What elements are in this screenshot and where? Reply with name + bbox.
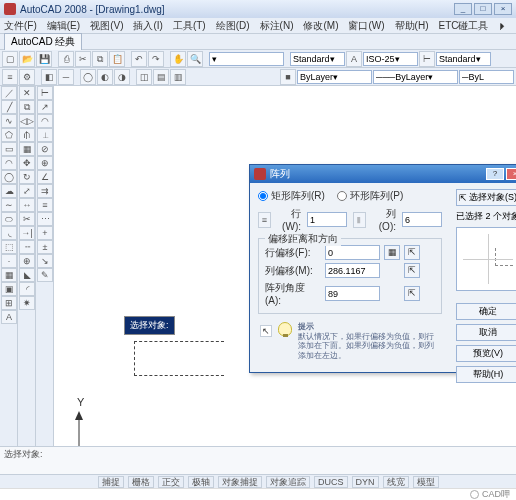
menu-more[interactable]: ⏵ xyxy=(498,20,508,31)
rowoffset-input[interactable] xyxy=(325,245,380,260)
menu-tools[interactable]: 工具(T) xyxy=(173,19,206,33)
dim-edit-icon[interactable]: ✎ xyxy=(37,268,53,282)
workspace-tab[interactable]: AutoCAD 经典 xyxy=(4,33,82,50)
rows-input[interactable] xyxy=(307,212,347,227)
dialog-close-button[interactable]: × xyxy=(506,168,516,180)
offset-icon[interactable]: ⫛ xyxy=(19,128,35,142)
fillet-icon[interactable]: ◜ xyxy=(19,282,35,296)
table-icon[interactable]: ⊞ xyxy=(1,296,17,310)
layer-combo[interactable]: ▾ xyxy=(209,52,284,66)
rect-icon[interactable]: ▭ xyxy=(1,142,17,156)
prop-linetype[interactable]: ─── ByLayer ▾ xyxy=(373,70,458,84)
status-model[interactable]: 模型 xyxy=(413,476,439,488)
block-icon[interactable]: ⬚ xyxy=(1,240,17,254)
new-icon[interactable]: ▢ xyxy=(2,51,18,67)
preview-button[interactable]: 预览(V) xyxy=(456,345,516,362)
command-bar[interactable]: 选择对象: xyxy=(0,446,516,474)
revcloud-icon[interactable]: ☁ xyxy=(1,184,17,198)
text-icon[interactable]: A xyxy=(1,310,17,324)
pick-angle-button[interactable]: ⇱ xyxy=(404,286,420,301)
cancel-button[interactable]: 取消 xyxy=(456,324,516,341)
menu-window[interactable]: 窗口(W) xyxy=(348,19,384,33)
save-icon[interactable]: 💾 xyxy=(36,51,52,67)
dim-arc-icon[interactable]: ◠ xyxy=(37,114,53,128)
dim-base-icon[interactable]: ≡ xyxy=(37,198,53,212)
dialog-help-icon[interactable]: ? xyxy=(486,168,504,180)
point-icon[interactable]: · xyxy=(1,254,17,268)
dim-tol-icon[interactable]: ± xyxy=(37,240,53,254)
status-osnap[interactable]: 对象捕捉 xyxy=(218,476,262,488)
open-icon[interactable]: 📂 xyxy=(19,51,35,67)
menu-modify[interactable]: 修改(M) xyxy=(303,19,338,33)
arc-icon[interactable]: ◠ xyxy=(1,156,17,170)
circle-icon[interactable]: ◯ xyxy=(1,170,17,184)
scale-icon[interactable]: ⤢ xyxy=(19,184,35,198)
status-dyn[interactable]: DYN xyxy=(352,476,379,488)
style-combo-3[interactable]: Standard ▾ xyxy=(436,52,491,66)
ok-button[interactable]: 确定 xyxy=(456,303,516,320)
ellipse-icon[interactable]: ⬭ xyxy=(1,212,17,226)
dim-cont-icon[interactable]: ⋯ xyxy=(37,212,53,226)
tbtn-misc6[interactable]: ▥ xyxy=(170,69,186,85)
dim-dia-icon[interactable]: ⊕ xyxy=(37,156,53,170)
print-icon[interactable]: ⎙ xyxy=(58,51,74,67)
redo-icon[interactable]: ↷ xyxy=(148,51,164,67)
tbtn-misc2[interactable]: ◐ xyxy=(97,69,113,85)
color-icon[interactable]: ◧ xyxy=(41,69,57,85)
radio-rect-array[interactable]: 矩形阵列(R) xyxy=(258,189,325,203)
dim-lead-icon[interactable]: ↘ xyxy=(37,254,53,268)
help-button[interactable]: 帮助(H) xyxy=(456,366,516,383)
stretch-icon[interactable]: ↔ xyxy=(19,198,35,212)
explode-icon[interactable]: ✷ xyxy=(19,296,35,310)
spline-icon[interactable]: ∼ xyxy=(1,198,17,212)
command-input-line[interactable] xyxy=(4,461,512,474)
undo-icon[interactable]: ↶ xyxy=(131,51,147,67)
move-icon[interactable]: ✥ xyxy=(19,156,35,170)
dimstyle-icon[interactable]: ⊢ xyxy=(419,51,435,67)
rotate-icon[interactable]: ↻ xyxy=(19,170,35,184)
copy-icon2[interactable]: ⧉ xyxy=(19,100,35,114)
style-combo-1[interactable]: Standard ▾ xyxy=(290,52,345,66)
ltype-icon[interactable]: ─ xyxy=(58,69,74,85)
menu-extra[interactable]: ETC碰工具 xyxy=(438,19,488,33)
extend-icon[interactable]: →| xyxy=(19,226,35,240)
layerprops-icon[interactable]: ⚙ xyxy=(19,69,35,85)
status-ortho[interactable]: 正交 xyxy=(158,476,184,488)
cut-icon[interactable]: ✂ xyxy=(75,51,91,67)
textstyle-icon[interactable]: A xyxy=(346,51,362,67)
maximize-button[interactable]: □ xyxy=(474,3,492,15)
tbtn-misc3[interactable]: ◑ xyxy=(114,69,130,85)
paste-icon[interactable]: 📋 xyxy=(109,51,125,67)
hatch-icon[interactable]: ▦ xyxy=(1,268,17,282)
break-icon[interactable]: ╌ xyxy=(19,240,35,254)
join-icon[interactable]: ⊕ xyxy=(19,254,35,268)
chamfer-icon[interactable]: ◣ xyxy=(19,268,35,282)
erase-icon[interactable]: ✕ xyxy=(19,86,35,100)
colorbox-icon[interactable]: ■ xyxy=(280,69,296,85)
tbtn-misc5[interactable]: ▤ xyxy=(153,69,169,85)
layers-icon[interactable]: ≡ xyxy=(2,69,18,85)
polygon-icon[interactable]: ⬠ xyxy=(1,128,17,142)
menu-edit[interactable]: 编辑(E) xyxy=(47,19,80,33)
select-objects-button[interactable]: ⇱选择对象(S) xyxy=(456,189,516,206)
cols-input[interactable] xyxy=(402,212,442,227)
dim-lin-icon[interactable]: ⊢ xyxy=(37,86,53,100)
ellipsearc-icon[interactable]: ◟ xyxy=(1,226,17,240)
prop-color[interactable]: ByLayer ▾ xyxy=(297,70,372,84)
pan-icon[interactable]: ✋ xyxy=(170,51,186,67)
trim-icon[interactable]: ✂ xyxy=(19,212,35,226)
style-combo-2[interactable]: ISO-25 ▾ xyxy=(363,52,418,66)
menu-help[interactable]: 帮助(H) xyxy=(395,19,429,33)
pick-both-button[interactable]: ▦ xyxy=(384,245,400,260)
menu-draw[interactable]: 绘图(D) xyxy=(216,19,250,33)
dialog-titlebar[interactable]: 阵列 ? × xyxy=(250,165,516,183)
status-grid[interactable]: 栅格 xyxy=(128,476,154,488)
minimize-button[interactable]: _ xyxy=(454,3,472,15)
status-snap[interactable]: 捕捉 xyxy=(98,476,124,488)
array-icon[interactable]: ▦ xyxy=(19,142,35,156)
menu-view[interactable]: 视图(V) xyxy=(90,19,123,33)
radio-polar-array[interactable]: 环形阵列(P) xyxy=(337,189,403,203)
coloffset-input[interactable] xyxy=(325,263,380,278)
mirror-icon[interactable]: ◁▷ xyxy=(19,114,35,128)
dim-qck-icon[interactable]: ⇉ xyxy=(37,184,53,198)
